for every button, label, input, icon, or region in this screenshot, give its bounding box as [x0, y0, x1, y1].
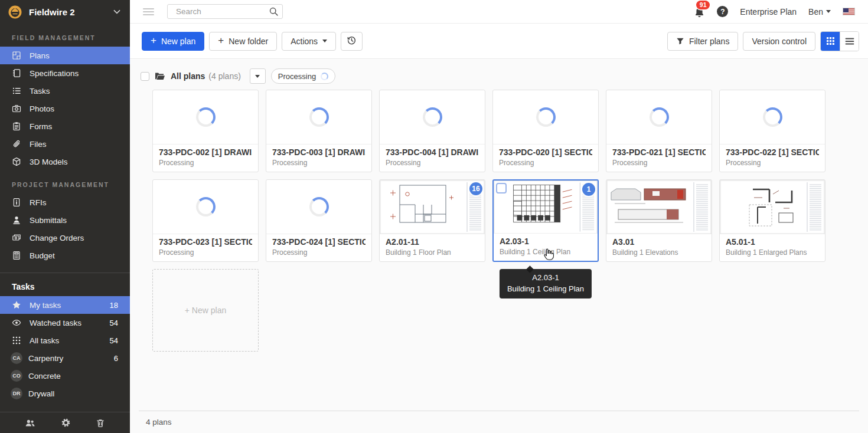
processing-status-chip[interactable]: Processing: [271, 68, 335, 84]
plan-title: 733-PDC-020 [1] SECTIO...: [499, 147, 592, 157]
notifications-bell-icon[interactable]: 91: [694, 6, 705, 18]
plans-icon: [12, 51, 21, 60]
history-icon: [347, 35, 357, 47]
sidebar-item-specifications[interactable]: Specifications: [0, 64, 130, 82]
sidebar-task-drywall[interactable]: DRDrywall: [0, 385, 130, 402]
plan-card-footer: A3.01 Building 1 Elevations: [606, 234, 712, 261]
sidebar-item-label: Photos: [30, 104, 54, 113]
plan-subtitle: Building 1 Enlarged Plans: [726, 248, 819, 257]
sidebar-item-change-orders[interactable]: Change Orders: [0, 229, 130, 247]
task-count-badge[interactable]: 1: [582, 183, 595, 196]
new-plan-placeholder[interactable]: + New plan: [152, 269, 259, 352]
sidebar-item-files[interactable]: Files: [0, 135, 130, 153]
main-area: 91 ? Enterprise Plan Ben + New plan + Ne…: [130, 0, 868, 433]
sidebar-task-concrete[interactable]: COConcrete: [0, 367, 130, 385]
plan-thumbnail: [266, 180, 371, 234]
topbar-right: 91 ? Enterprise Plan Ben: [694, 6, 855, 18]
history-button[interactable]: [341, 32, 363, 51]
plans-toolbar: + New plan + New folder Actions: [130, 24, 868, 59]
plan-card-footer: 733-PDC-023 [1] SECTIO... Processing: [153, 234, 258, 261]
plan-card[interactable]: 733-PDC-023 [1] SECTIO... Processing: [152, 179, 259, 262]
folder-open-icon: [155, 72, 165, 81]
sidebar-item-label: Forms: [30, 122, 52, 131]
plan-title: 733-PDC-021 [1] SECTIO...: [612, 147, 706, 157]
sidebar-task-watched-tasks[interactable]: Watched tasks 54: [0, 314, 130, 332]
cube-icon: [12, 157, 21, 166]
search-input[interactable]: [167, 4, 283, 19]
plan-card[interactable]: 733-PDC-004 [1] DRAWI... Processing: [379, 90, 485, 172]
plan-title: 733-PDC-002 [1] DRAWI...: [159, 147, 252, 157]
tasks-heading: Tasks: [0, 274, 130, 296]
grid-view-icon[interactable]: [821, 32, 840, 51]
folder-row: All plans (4 plans) Processing: [141, 68, 868, 84]
list-view-icon[interactable]: [840, 32, 859, 51]
sidebar-item-label: Submittals: [30, 216, 67, 225]
sidebar-task-all-tasks[interactable]: All tasks 54: [0, 332, 130, 349]
plan-card[interactable]: 16 A2.01-11 Building 1 Floor Plan: [379, 179, 485, 262]
plan-title: A5.01-1: [726, 237, 819, 247]
plan-card[interactable]: 1 A2.03-1 Building 1 Ceiling Plan: [492, 179, 599, 262]
select-all-checkbox[interactable]: [141, 72, 149, 81]
user-menu[interactable]: Ben: [808, 7, 831, 17]
project-title: Fieldwire 2: [29, 7, 75, 17]
sidebar-divider: [0, 273, 130, 273]
plan-subtitle: Building 1 Floor Plan: [386, 248, 479, 257]
hamburger-menu-icon[interactable]: [143, 6, 154, 17]
sidebar-item-rfis[interactable]: RFIs: [0, 193, 130, 211]
forms-icon: [12, 122, 21, 131]
plan-title: 733-PDC-004 [1] DRAWI...: [386, 147, 479, 157]
files-icon: [12, 139, 21, 149]
plan-thumbnail: [266, 90, 371, 145]
chevron-down-icon[interactable]: [112, 7, 122, 17]
gear-icon[interactable]: [61, 418, 71, 428]
trash-icon[interactable]: [96, 418, 105, 428]
plan-card[interactable]: A3.01 Building 1 Elevations: [606, 179, 712, 262]
plan-card[interactable]: 733-PDC-020 [1] SECTIO... Processing: [492, 90, 599, 172]
plan-card[interactable]: 733-PDC-003 [1] DRAWI... Processing: [266, 90, 372, 172]
toolbar-right: Filter plans Version control: [667, 31, 859, 51]
plan-card[interactable]: 733-PDC-021 [1] SECTIO... Processing: [606, 90, 712, 172]
task-filter-label: All tasks: [30, 336, 59, 345]
sidebar-item-plans[interactable]: Plans: [0, 47, 130, 64]
plan-card[interactable]: 733-PDC-002 [1] DRAWI... Processing: [152, 90, 259, 172]
sidebar-task-my-tasks[interactable]: My tasks 18: [0, 296, 130, 314]
new-folder-button[interactable]: + New folder: [209, 32, 277, 51]
help-icon[interactable]: ?: [717, 6, 728, 17]
folder-dropdown-button[interactable]: [250, 68, 266, 84]
sidebar-item-forms[interactable]: Forms: [0, 117, 130, 135]
people-icon[interactable]: [25, 418, 35, 428]
plan-subtitle: Processing: [272, 159, 366, 167]
plan-card-footer: A2.03-1 Building 1 Ceiling Plan: [494, 234, 598, 261]
us-flag-icon[interactable]: [843, 8, 855, 15]
plus-icon: +: [218, 35, 224, 45]
version-control-button[interactable]: Version control: [743, 32, 815, 51]
plan-card-footer: 733-PDC-022 [1] SECTIO... Processing: [720, 145, 825, 172]
plan-card-footer: 733-PDC-004 [1] DRAWI... Processing: [380, 145, 485, 172]
task-count-badge[interactable]: 16: [469, 182, 482, 195]
new-plan-button[interactable]: + New plan: [142, 32, 204, 51]
task-filter-label: Carpentry: [28, 354, 63, 363]
sidebar-item-tasks[interactable]: Tasks: [0, 82, 130, 100]
plan-card[interactable]: A5.01-1 Building 1 Enlarged Plans: [719, 179, 825, 262]
plan-subtitle: Processing: [386, 159, 479, 167]
sidebar-footer: [0, 412, 130, 433]
plan-thumbnail: [493, 90, 598, 145]
plan-card-footer: 733-PDC-002 [1] DRAWI... Processing: [153, 145, 258, 172]
sidebar-item-photos[interactable]: Photos: [0, 100, 130, 117]
filter-plans-button[interactable]: Filter plans: [667, 32, 738, 51]
project-switcher[interactable]: Fieldwire 2: [0, 0, 130, 24]
sidebar-item-budget[interactable]: Budget: [0, 247, 130, 264]
plan-checkbox[interactable]: [496, 183, 507, 193]
sidebar-item-3d-models[interactable]: 3D Models: [0, 153, 130, 170]
photos-icon: [12, 104, 21, 113]
sidebar-item-submittals[interactable]: Submittals: [0, 211, 130, 229]
actions-dropdown-button[interactable]: Actions: [282, 32, 336, 51]
specifications-icon: [12, 68, 21, 78]
notification-count-badge: 91: [696, 1, 710, 9]
sidebar-task-carpentry[interactable]: CACarpentry 6: [0, 349, 130, 367]
section-label: FIELD MANAGEMENT: [0, 24, 130, 47]
plan-card[interactable]: 733-PDC-024 [1] SECTIO... Processing: [266, 179, 372, 262]
plan-card[interactable]: 733-PDC-022 [1] SECTIO... Processing: [719, 90, 825, 172]
folder-name[interactable]: All plans: [171, 71, 205, 81]
sidebar: Fieldwire 2 FIELD MANAGEMENT Plans Speci…: [0, 0, 130, 433]
